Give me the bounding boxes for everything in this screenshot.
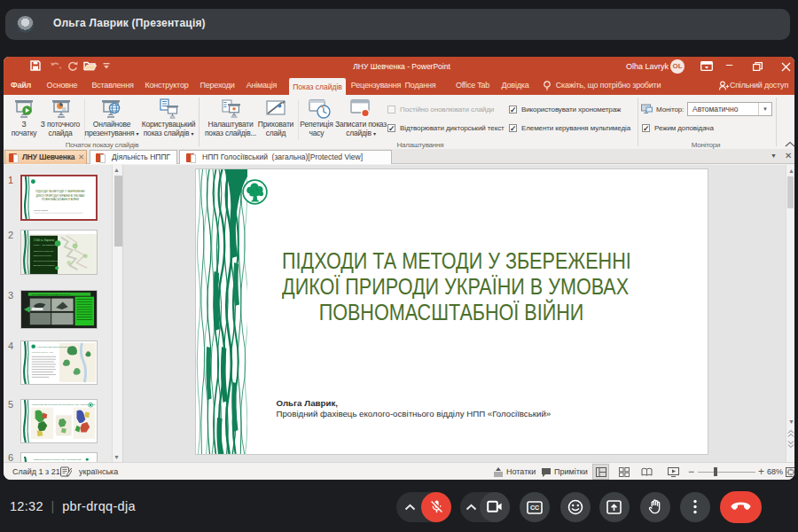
svg-text:ПОВНОМАСШТАБНОЇ ВІЙНИ: ПОВНОМАСШТАБНОЇ ВІЙНИ: [42, 198, 79, 201]
svg-text:Голосіївський ліс. Київ: Голосіївський ліс. Київ: [32, 351, 54, 353]
svg-text:1 500 га. Кирзели: 1 500 га. Кирзели: [34, 239, 55, 242]
svg-text:Природоохоронні об'єкти НПП «Г: Природоохоронні об'єкти НПП «Голосіївськ…: [34, 458, 83, 461]
svg-text:Створення екологічних: Створення екологічних: [34, 250, 55, 252]
svg-text:Збереження біорізноманіття: Збереження біорізноманіття: [34, 260, 59, 262]
svg-text:Відновлення екосистем: Відновлення екосистем: [34, 264, 55, 266]
svg-text:Національний природний парк: Національний природний парк: [37, 346, 70, 348]
svg-text:CC: CC: [530, 505, 539, 511]
svg-text:Картосхема функціонального зон: Картосхема функціонального зонування НПП…: [32, 403, 97, 406]
svg-text:Ольга Лаврик,: Ольга Лаврик,: [34, 209, 49, 212]
svg-text:За об'єктивними ознаками обсте: За об'єктивними ознаками обстежень: [32, 293, 72, 296]
svg-text:маршрутів та стежок: маршрутів та стежок: [34, 254, 52, 256]
svg-text:6 096... +80 СООО га: 6 096... +80 СООО га: [34, 244, 56, 246]
